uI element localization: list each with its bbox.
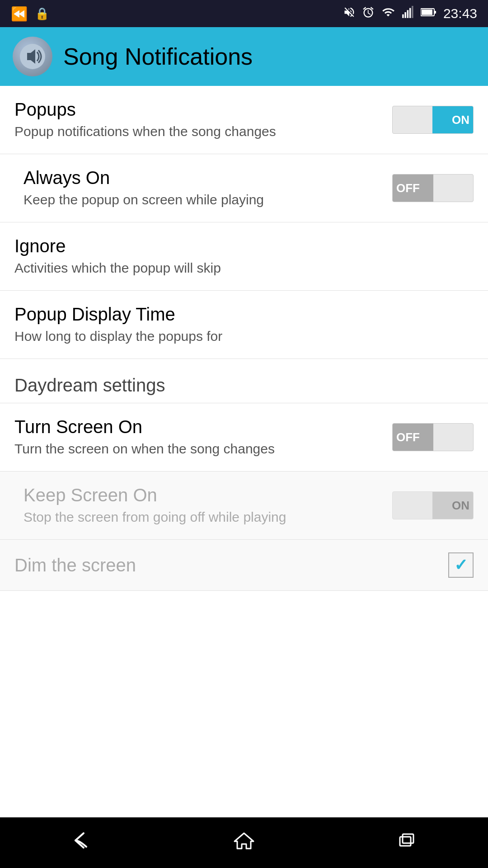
ignore-setting[interactable]: Ignore Activities which the popup will s… bbox=[0, 222, 488, 291]
daydream-settings-header: Daydream settings bbox=[0, 359, 488, 403]
dim-screen-checkbox[interactable] bbox=[448, 552, 474, 578]
svg-rect-2 bbox=[407, 10, 409, 18]
status-time: 23:43 bbox=[443, 6, 477, 21]
keep-screen-on-toggle-label: ON bbox=[452, 499, 469, 513]
status-left-icons: ⏪ 🔒 bbox=[11, 6, 49, 22]
lock-icon: 🔒 bbox=[35, 7, 49, 21]
always-on-toggle-label: OFF bbox=[396, 181, 420, 195]
home-icon bbox=[233, 830, 255, 855]
ignore-title: Ignore bbox=[14, 235, 465, 257]
ignore-text: Ignore Activities which the popup will s… bbox=[14, 235, 474, 278]
svg-rect-12 bbox=[403, 834, 413, 843]
svg-marker-10 bbox=[235, 833, 253, 849]
turn-screen-on-setting[interactable]: Turn Screen On Turn the screen on when t… bbox=[0, 403, 488, 472]
popups-subtitle: Popup notifications when the song change… bbox=[14, 122, 383, 141]
turn-screen-on-toggle-thumb: OFF bbox=[393, 424, 433, 451]
app-title: Song Notifications bbox=[63, 43, 253, 70]
turn-screen-on-toggle-label: OFF bbox=[396, 430, 420, 444]
turn-screen-on-toggle[interactable]: OFF bbox=[392, 423, 474, 451]
nav-bar bbox=[0, 817, 488, 868]
always-on-title: Always On bbox=[23, 167, 383, 189]
popups-text: Popups Popup notifications when the song… bbox=[14, 99, 392, 141]
status-right-icons: 23:43 bbox=[343, 6, 477, 22]
popup-display-time-title: Popup Display Time bbox=[14, 303, 465, 325]
dim-screen-title: Dim the screen bbox=[14, 554, 439, 576]
app-bar: Song Notifications bbox=[0, 27, 488, 86]
popups-setting[interactable]: Popups Popup notifications when the song… bbox=[0, 86, 488, 154]
turn-screen-on-title: Turn Screen On bbox=[14, 416, 383, 438]
popup-display-time-text: Popup Display Time How long to display t… bbox=[14, 303, 474, 346]
popup-display-time-subtitle: How long to display the popups for bbox=[14, 327, 465, 346]
keep-screen-on-toggle-thumb: ON bbox=[432, 492, 473, 519]
keep-screen-on-text: Keep Screen On Stop the screen from goin… bbox=[23, 484, 392, 527]
nav-home-button[interactable] bbox=[217, 825, 271, 861]
daydream-settings-title: Daydream settings bbox=[14, 375, 165, 396]
nav-recents-button[interactable] bbox=[380, 825, 434, 861]
svg-rect-0 bbox=[402, 14, 404, 18]
popup-display-time-setting[interactable]: Popup Display Time How long to display t… bbox=[0, 291, 488, 359]
svg-rect-1 bbox=[404, 12, 406, 18]
turn-screen-on-subtitle: Turn the screen on when the song changes bbox=[14, 439, 383, 458]
battery-icon bbox=[421, 6, 437, 22]
popups-title: Popups bbox=[14, 99, 383, 120]
popups-toggle-thumb: ON bbox=[432, 106, 473, 133]
keep-screen-on-subtitle: Stop the screen from going off while pla… bbox=[23, 508, 383, 527]
svg-rect-6 bbox=[434, 11, 436, 14]
dim-screen-text: Dim the screen bbox=[14, 554, 448, 576]
svg-rect-7 bbox=[422, 9, 432, 15]
settings-list: Popups Popup notifications when the song… bbox=[0, 86, 488, 817]
svg-rect-11 bbox=[400, 837, 411, 846]
wifi-icon bbox=[381, 6, 395, 22]
always-on-subtitle: Keep the popup on screen while playing bbox=[23, 190, 383, 209]
alarm-icon bbox=[362, 6, 375, 22]
keep-screen-on-toggle[interactable]: ON bbox=[392, 491, 474, 519]
back-icon bbox=[70, 830, 93, 855]
popups-toggle-label: ON bbox=[452, 113, 469, 127]
always-on-toggle[interactable]: OFF bbox=[392, 174, 474, 202]
always-on-setting[interactable]: Always On Keep the popup on screen while… bbox=[0, 154, 488, 222]
app-icon bbox=[13, 37, 52, 76]
rewind-icon: ⏪ bbox=[11, 6, 28, 22]
always-on-toggle-thumb: OFF bbox=[393, 175, 433, 202]
always-on-text: Always On Keep the popup on screen while… bbox=[23, 167, 392, 209]
nav-back-button[interactable] bbox=[54, 825, 108, 861]
keep-screen-on-setting[interactable]: Keep Screen On Stop the screen from goin… bbox=[0, 472, 488, 540]
signal-icon bbox=[402, 6, 414, 22]
keep-screen-on-title: Keep Screen On bbox=[23, 484, 383, 506]
mute-icon bbox=[343, 6, 356, 22]
turn-screen-on-text: Turn Screen On Turn the screen on when t… bbox=[14, 416, 392, 458]
ignore-subtitle: Activities which the popup will skip bbox=[14, 259, 465, 278]
recents-icon bbox=[395, 830, 418, 855]
dim-screen-setting[interactable]: Dim the screen bbox=[0, 540, 488, 591]
svg-rect-3 bbox=[409, 8, 411, 18]
svg-rect-4 bbox=[412, 6, 413, 18]
status-bar: ⏪ 🔒 bbox=[0, 0, 488, 27]
popups-toggle[interactable]: ON bbox=[392, 106, 474, 134]
